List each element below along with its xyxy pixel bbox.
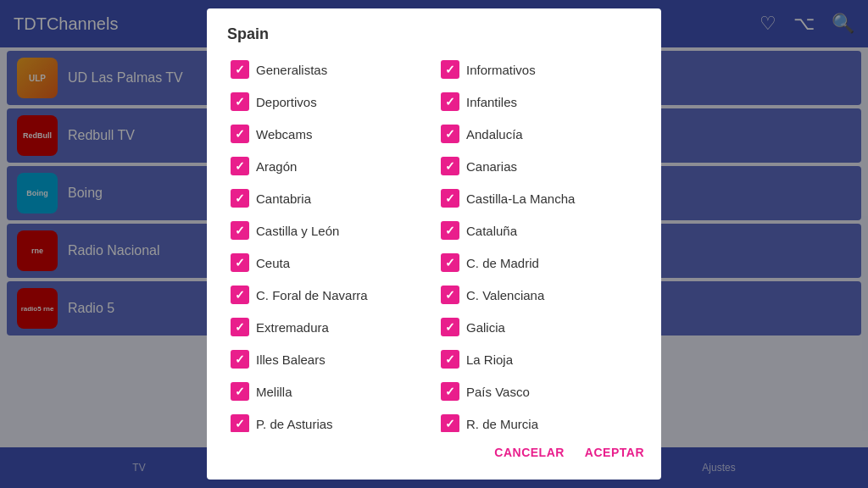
checkbox-checked-icon	[231, 189, 249, 208]
checkbox-label: Ceuta	[256, 256, 290, 270]
checkbox-label: Deportivos	[256, 95, 317, 109]
checkbox-checked-icon	[231, 92, 249, 111]
checkbox-checked-icon	[231, 382, 249, 401]
checkbox-item[interactable]: Ceuta	[227, 248, 431, 277]
checkbox-label: C. de Madrid	[466, 256, 539, 270]
checkbox-checked-icon	[231, 286, 249, 304]
checkbox-label: R. de Murcia	[466, 417, 538, 431]
checkbox-checked-icon	[231, 221, 249, 240]
checkbox-item[interactable]: C. Valenciana	[437, 280, 641, 309]
checkbox-label: Webcams	[256, 127, 312, 141]
checkbox-item[interactable]: C. Foral de Navarra	[227, 280, 431, 309]
checkbox-label: Canarias	[466, 159, 517, 174]
checkbox-checked-icon	[231, 125, 249, 143]
checkbox-label: Castilla-La Mancha	[466, 191, 575, 206]
checkbox-label: Infantiles	[466, 95, 517, 109]
checkbox-item[interactable]: Cataluña	[437, 216, 641, 245]
checkbox-checked-icon	[441, 318, 459, 336]
checkbox-checked-icon	[441, 382, 459, 401]
checkbox-label: P. de Asturias	[256, 417, 333, 431]
checkbox-label: Informativos	[466, 63, 536, 77]
checkbox-label: Melilla	[256, 385, 292, 399]
checkbox-item[interactable]: Cantabria	[227, 184, 431, 213]
checkbox-checked-icon	[231, 414, 249, 432]
checkbox-label: Illes Balears	[256, 352, 326, 367]
checkbox-checked-icon	[231, 253, 249, 272]
checkbox-label: Extremadura	[256, 320, 329, 335]
checkbox-grid: GeneralistasInformativosDeportivosInfant…	[227, 55, 641, 432]
checkbox-item[interactable]: Generalistas	[227, 55, 431, 84]
accept-button[interactable]: ACEPTAR	[581, 439, 648, 466]
checkbox-item[interactable]: Informativos	[437, 55, 641, 84]
cancel-button[interactable]: CANCELAR	[491, 439, 568, 466]
checkbox-label: Cataluña	[466, 224, 517, 238]
checkbox-item[interactable]: Melilla	[227, 377, 431, 406]
checkbox-checked-icon	[441, 189, 459, 208]
checkbox-label: Generalistas	[256, 63, 327, 77]
checkbox-checked-icon	[231, 318, 249, 336]
checkbox-checked-icon	[441, 157, 459, 175]
checkbox-item[interactable]: Galicia	[437, 313, 641, 341]
checkbox-checked-icon	[441, 92, 459, 111]
checkbox-checked-icon	[441, 60, 459, 79]
checkbox-item[interactable]: Infantiles	[437, 87, 641, 116]
checkbox-item[interactable]: Castilla y León	[227, 216, 431, 245]
checkbox-checked-icon	[231, 60, 249, 79]
checkbox-checked-icon	[441, 125, 459, 143]
checkbox-checked-icon	[441, 350, 459, 369]
checkbox-item[interactable]: R. de Murcia	[437, 409, 641, 432]
checkbox-label: C. Valenciana	[466, 288, 544, 302]
checkbox-label: País Vasco	[466, 385, 530, 399]
checkbox-checked-icon	[441, 414, 459, 432]
checkbox-checked-icon	[441, 221, 459, 240]
checkbox-checked-icon	[231, 157, 249, 175]
checkbox-checked-icon	[441, 286, 459, 304]
dialog-scroll-content: Spain GeneralistasInformativosDeportivos…	[207, 8, 661, 432]
checkbox-label: La Rioja	[466, 352, 513, 367]
checkbox-label: C. Foral de Navarra	[256, 288, 368, 302]
checkbox-checked-icon	[231, 350, 249, 369]
filter-dialog: Spain GeneralistasInformativosDeportivos…	[207, 8, 661, 480]
checkbox-item[interactable]: Illes Balears	[227, 345, 431, 374]
checkbox-item[interactable]: País Vasco	[437, 377, 641, 406]
checkbox-label: Galicia	[466, 320, 505, 335]
checkbox-label: Aragón	[256, 159, 297, 174]
checkbox-item[interactable]: Andalucía	[437, 119, 641, 148]
checkbox-item[interactable]: La Rioja	[437, 345, 641, 374]
checkbox-item[interactable]: C. de Madrid	[437, 248, 641, 277]
checkbox-item[interactable]: Webcams	[227, 119, 431, 148]
checkbox-item[interactable]: Deportivos	[227, 87, 431, 116]
checkbox-label: Cantabria	[256, 191, 311, 206]
checkbox-label: Andalucía	[466, 127, 523, 141]
dialog-actions: CANCELAR ACEPTAR	[207, 432, 661, 480]
section-spain-title: Spain	[227, 25, 641, 43]
checkbox-item[interactable]: Canarias	[437, 152, 641, 180]
checkbox-item[interactable]: Aragón	[227, 152, 431, 180]
checkbox-item[interactable]: Extremadura	[227, 313, 431, 341]
checkbox-checked-icon	[441, 253, 459, 272]
checkbox-item[interactable]: Castilla-La Mancha	[437, 184, 641, 213]
checkbox-item[interactable]: P. de Asturias	[227, 409, 431, 432]
checkbox-label: Castilla y León	[256, 224, 339, 238]
